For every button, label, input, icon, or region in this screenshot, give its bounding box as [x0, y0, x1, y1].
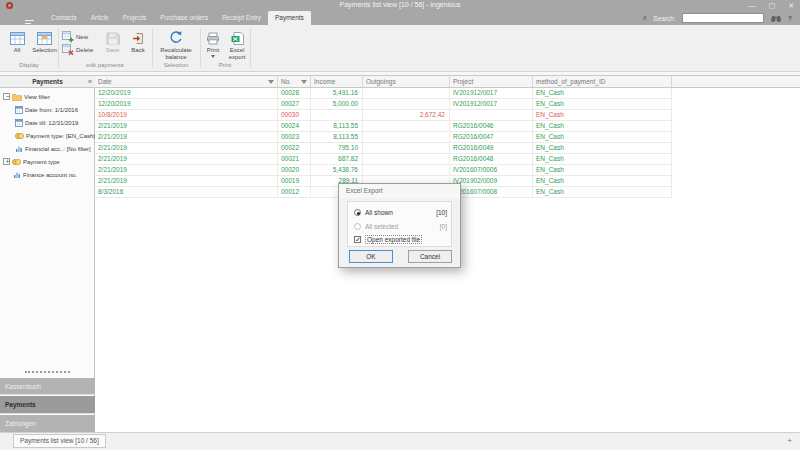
back-button[interactable]: Back	[126, 28, 150, 65]
checkbox-checked-icon	[354, 236, 361, 243]
radio-all-selected[interactable]: All selected [0]	[354, 222, 447, 231]
delete-record-icon	[62, 44, 74, 56]
tab-purchase-orders[interactable]: Purchase orders	[153, 11, 215, 25]
table-row[interactable]: 2/21/2019000238,113.55RG2016/0047EN_Cash	[95, 132, 673, 143]
calendar-icon	[15, 119, 23, 127]
sidebar-item-payments[interactable]: Payments	[0, 396, 95, 414]
search-input[interactable]	[682, 13, 764, 23]
sidebar-item-zahlungen[interactable]: Zahlungen	[0, 415, 95, 432]
print-button[interactable]: Print	[202, 28, 224, 65]
radio-selected-icon	[354, 209, 361, 216]
tree-item-payment-type[interactable]: Payment type	[0, 155, 95, 168]
tree-item-date-from[interactable]: Date from: 1/1/2016	[0, 103, 95, 116]
export-options-group: All shown [10] All selected [0] Open exp…	[347, 201, 452, 247]
column-header-income[interactable]: Income	[311, 76, 363, 87]
tree-item-payment-type-filter[interactable]: Payment type: [EN_Cash]	[0, 129, 95, 142]
save-floppy-icon	[106, 28, 120, 45]
table-row[interactable]: 12/20/2019000285,491.16IV201912/0017EN_C…	[95, 88, 673, 99]
filter-sidebar: Payments « View filter Date from: 1/1/20…	[0, 75, 95, 432]
print-dropdown-icon[interactable]	[211, 55, 215, 60]
sidebar-panel-title: Payments	[0, 78, 95, 85]
grid-header-row: Date No. Income Outgoings Project method…	[95, 75, 800, 88]
column-header-method[interactable]: method_of_payment_ID	[533, 76, 672, 87]
filter-arrow-icon[interactable]	[301, 80, 307, 87]
radio-all-shown[interactable]: All shown [10]	[354, 208, 447, 217]
table-all-icon	[10, 28, 25, 45]
excel-export-dialog: Excel Export All shown [10] All selected…	[338, 183, 461, 268]
folder-icon	[12, 93, 22, 101]
filter-tree: View filter Date from: 1/1/2016 Date til…	[0, 90, 95, 181]
column-header-outgoings[interactable]: Outgoings	[363, 76, 450, 87]
checkbox-open-exported-file[interactable]: Open exported file	[354, 235, 447, 244]
bar-chart-icon	[15, 145, 23, 153]
count-badge: [10]	[436, 209, 447, 216]
column-header-date[interactable]: Date	[95, 76, 278, 87]
collapse-panel-icon[interactable]: «	[88, 78, 92, 85]
column-header-project[interactable]: Project	[450, 76, 533, 87]
minimize-icon[interactable]: —	[749, 0, 756, 11]
table-row[interactable]: 2/21/2019000248,113.55RG2016/0046EN_Cash	[95, 121, 673, 132]
new-record-icon	[62, 31, 74, 43]
group-label-selection: Selection	[152, 62, 200, 70]
new-button[interactable]: New	[62, 31, 88, 42]
radio-disabled-icon	[354, 223, 361, 230]
collapse-ribbon-icon[interactable]: ∧	[642, 14, 647, 22]
group-label-display: Display	[0, 62, 58, 70]
search-label: Search:	[653, 15, 675, 22]
table-row[interactable]: 12/20/2019000275,000.00IV201912/0017EN_C…	[95, 99, 673, 110]
grid-body: 12/20/2019000285,491.16IV201912/0017EN_C…	[95, 88, 800, 198]
tree-item-financial-acc-filter[interactable]: Financial acc..: [No filter]	[0, 142, 95, 155]
calendar-icon	[15, 106, 23, 114]
tab-projects[interactable]: Projects	[116, 11, 153, 25]
tree-item-date-till[interactable]: Date till: 12/31/2019	[0, 116, 95, 129]
statusbar: Payments list view [10 / 56] +	[0, 432, 800, 450]
menu-tab-row: Contacts Article Projects Purchase order…	[0, 11, 800, 25]
excel-file-icon	[231, 28, 244, 45]
close-icon[interactable]: ✕	[788, 0, 794, 11]
table-row[interactable]: 2/21/2019000205,438.76IV201607/0006EN_Ca…	[95, 165, 673, 176]
tree-item-finance-account-no[interactable]: Finance account no.	[0, 168, 95, 181]
sidebar-panel-header: Payments «	[0, 75, 95, 88]
collapse-node-icon[interactable]	[3, 93, 10, 100]
coins-icon	[15, 132, 24, 140]
table-row[interactable]: 10/8/2019000302,672.42EN_Cash	[95, 110, 673, 121]
ok-button[interactable]: OK	[349, 250, 393, 263]
tab-contacts[interactable]: Contacts	[44, 11, 84, 25]
application-window: Payments list view [10 / 56] - ingenious…	[0, 0, 800, 450]
filter-arrow-icon[interactable]	[268, 80, 274, 87]
tab-payments[interactable]: Payments	[268, 11, 311, 25]
table-row[interactable]: 2/21/201900021687.82RG2016/0048EN_Cash	[95, 154, 673, 165]
column-header-filler	[672, 76, 800, 87]
column-header-no[interactable]: No.	[278, 76, 311, 87]
group-label-print: Print	[200, 62, 250, 70]
tab-article[interactable]: Article	[84, 11, 116, 25]
tabrow-right-cluster: ∧ Search: ?	[642, 11, 792, 25]
printer-icon	[206, 28, 220, 45]
help-icon[interactable]: ?	[788, 15, 792, 22]
panel-splitter[interactable]	[25, 371, 70, 373]
expand-node-icon[interactable]	[3, 158, 10, 165]
add-view-icon[interactable]: +	[787, 436, 792, 446]
ribbon: All Selection New Delete Save	[0, 25, 800, 72]
menu-tabs: Contacts Article Projects Purchase order…	[44, 11, 311, 25]
sidebar-item-kassenbuch[interactable]: Kassenbuch	[0, 378, 95, 395]
table-row[interactable]: 2/21/201900022795.10RG2016/0049EN_Cash	[95, 143, 673, 154]
cancel-button[interactable]: Cancel	[408, 250, 452, 263]
group-separator	[250, 28, 251, 68]
recalculate-balance-button[interactable]: Recalculate balance	[154, 28, 198, 65]
display-selection-button[interactable]: Selection	[31, 28, 58, 65]
tree-item-view-filter[interactable]: View filter	[0, 90, 95, 103]
bar-chart-icon	[13, 171, 21, 179]
excel-export-button[interactable]: Excel export	[225, 28, 249, 65]
save-button[interactable]: Save	[101, 28, 124, 65]
group-label-edit-payments: edit payments	[58, 62, 152, 70]
coins-icon	[12, 158, 21, 166]
status-view-tab[interactable]: Payments list view [10 / 56]	[13, 434, 106, 448]
delete-button[interactable]: Delete	[62, 44, 93, 55]
tab-receipt-entry[interactable]: Receipt Entry	[215, 11, 268, 25]
back-door-icon	[132, 28, 145, 45]
table-selection-icon	[37, 28, 52, 45]
display-all-button[interactable]: All	[4, 28, 30, 65]
window-title: Payments list view [10 / 56] - ingenious	[0, 1, 800, 8]
count-badge: [0]	[440, 223, 447, 230]
